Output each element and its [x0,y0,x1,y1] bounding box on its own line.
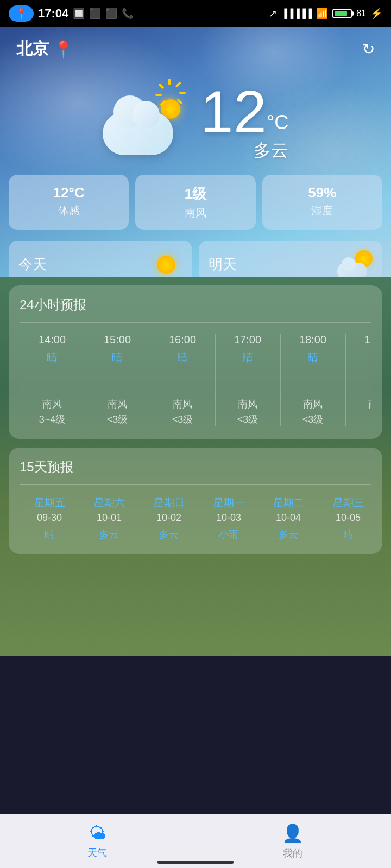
signal-icon: ▐▐▐▐▐ [281,9,312,18]
sun-ray-2 [175,81,181,87]
weather-hero: 12°C 多云 [0,71,391,168]
tomorrow-info: 明天 29~20° [209,255,250,277]
cond-0: 晴 [20,528,79,541]
date-3: 10-03 [199,512,258,524]
hourly-weather-1: 晴 [85,350,150,365]
cond-3: 小雨 [199,528,258,541]
hourly-item-4: 18:00 晴 南风 <3级 [280,334,345,426]
feels-like-label: 体感 [14,203,123,218]
weekday-2: 星期日 [139,496,199,510]
weekday-5: 星期三 [318,496,371,510]
today-info: 今天 30~19° [18,255,60,277]
feels-like-value: 12°C [14,184,123,201]
location-pill: 📍 [9,5,34,22]
battery-indicator [332,9,352,18]
wind-card: 1级 南风 [135,175,255,230]
sun-ray-5 [171,103,173,109]
date-5: 10-05 [318,512,371,524]
app-icon-2: ⬛ [105,8,117,20]
status-left: 📍 17:04 🔲 ⬛ ⬛ 📞 [9,5,134,22]
cloud-main [103,112,173,155]
nav-weather[interactable]: 🌤 天气 [87,823,107,859]
tomorrow-card: 明天 29~20° 多云 [199,241,382,277]
today-label: 今天 [18,255,60,274]
humidity-label: 湿度 [268,203,377,218]
cond-2: 多云 [139,528,199,541]
hourly-scroll[interactable]: 14:00 晴 南风 3~4级 15:00 晴 南风 <3级 16:00 晴 南… [20,334,371,426]
status-bar: 📍 17:04 🔲 ⬛ ⬛ 📞 ↗ ▐▐▐▐▐ 📶 81 ⚡ [0,0,391,27]
forecast15-divider [20,484,371,485]
hourly-level-2: <3级 [150,413,215,426]
hourly-wind-5: 南风 [345,398,371,411]
hourly-item-3: 17:00 晴 南风 <3级 [215,334,280,426]
day-item-4: 星期二 10-04 多云 [258,496,318,541]
hourly-time-4: 18:00 [280,334,345,346]
humidity-value: 59% [268,184,377,201]
weather-icon-large [103,90,190,155]
hourly-wind-0: 南风 [20,398,85,411]
tomorrow-weather-icon [337,250,373,277]
weather-nav-label: 天气 [87,846,107,859]
tomorrow-label: 明天 [209,255,250,274]
pin-icon: 📍 [53,40,73,59]
cond-4: 多云 [258,528,318,541]
hourly-level-1: <3级 [85,413,150,426]
hourly-level-0: 3~4级 [20,413,85,426]
location-icon: 📍 [15,8,27,20]
hourly-divider [20,322,371,323]
refresh-button[interactable]: ↻ [362,40,375,58]
date-1: 10-01 [79,512,139,524]
charging-icon: ⚡ [370,8,382,20]
sim-icon: 🔲 [73,8,85,20]
status-time: 17:04 [38,7,68,21]
day-forecast-row: 今天 30~19° 晴 明天 29~20° [0,237,391,277]
cond-5: 晴 [318,528,371,541]
hourly-item-2: 16:00 晴 南风 <3级 [150,334,215,426]
hourly-wind-2: 南风 [150,398,215,411]
sun-ray-8 [158,83,164,89]
temperature-value: 12 [200,78,267,145]
hourly-time-0: 14:00 [20,334,85,346]
temperature-unit: °C [267,111,288,133]
date-0: 09-30 [20,512,79,524]
cond-1: 多云 [79,528,139,541]
weather-header: 北京 📍 ↻ [0,27,391,71]
hourly-weather-2: 晴 [150,350,215,365]
hourly-time-2: 16:00 [150,334,215,346]
today-card: 今天 30~19° 晴 [9,241,192,277]
nav-mine[interactable]: 👤 我的 [282,823,304,860]
hourly-row: 14:00 晴 南风 3~4级 15:00 晴 南风 <3级 16:00 晴 南… [20,334,371,426]
hourly-weather-4: 晴 [280,350,345,365]
battery-level: 81 [356,9,366,18]
city-display: 北京 📍 [16,38,73,60]
sun-ray-3 [179,92,186,94]
hourly-weather-3: 晴 [215,350,280,365]
day-item-0: 星期五 09-30 晴 [20,496,79,541]
hourly-level-4: <3级 [280,413,345,426]
wind-value: 1级 [141,184,250,203]
hourly-time-3: 17:00 [215,334,280,346]
wifi-icon: 📶 [316,8,328,20]
date-4: 10-04 [258,512,318,524]
home-indicator [157,861,234,864]
weekday-0: 星期五 [20,496,79,510]
hourly-forecast-title: 24小时预报 [20,296,371,314]
sun-ray-7 [155,94,162,96]
sun-ray-1 [168,79,171,85]
forecast15-title: 15天预报 [20,458,371,476]
bottom-spacer [9,554,382,619]
info-cards-row: 12°C 体感 1级 南风 59% 湿度 [0,168,391,237]
app-icon-1: ⬛ [89,8,101,20]
hourly-item-1: 15:00 晴 南风 <3级 [85,334,150,426]
day-item-3: 星期一 10-03 小雨 [199,496,258,541]
days-row[interactable]: 星期五 09-30 晴 星期六 10-01 多云 星期日 10-02 多云 星期… [20,496,371,541]
weekday-3: 星期一 [199,496,258,510]
weekday-1: 星期六 [79,496,139,510]
hourly-wind-1: 南风 [85,398,150,411]
bottom-navigation: 🌤 天气 👤 我的 [0,814,391,868]
weekday-4: 星期二 [258,496,318,510]
hourly-weather-0: 晴 [20,350,85,365]
hourly-item-0: 14:00 晴 南风 3~4级 [20,334,85,426]
battery-fill [335,11,347,16]
phone-icon: 📞 [122,8,134,20]
